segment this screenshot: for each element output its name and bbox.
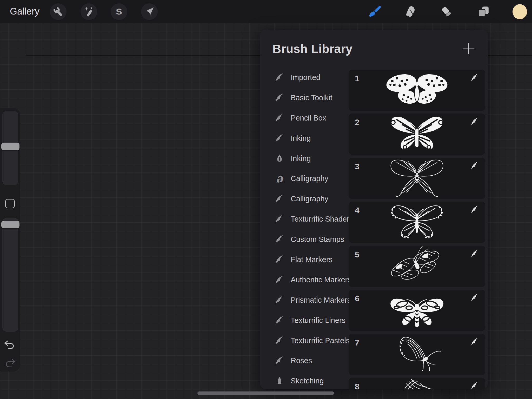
selection-button[interactable]: S bbox=[111, 3, 127, 20]
brush-set-calligraphy[interactable]: a Calligraphy bbox=[260, 168, 348, 189]
swoosh-icon bbox=[274, 92, 285, 104]
layers-button[interactable] bbox=[475, 3, 492, 20]
brush-number: 1 bbox=[355, 74, 360, 83]
swoosh-icon bbox=[470, 161, 480, 170]
pencil-icon bbox=[274, 375, 285, 387]
brush-row-8[interactable]: 8 bbox=[349, 378, 485, 389]
plus-icon bbox=[463, 43, 474, 55]
transform-button[interactable] bbox=[141, 3, 158, 20]
brush-set-roses[interactable]: Roses bbox=[260, 350, 348, 371]
magic-wand-icon bbox=[84, 6, 94, 17]
opacity-slider-handle[interactable] bbox=[1, 221, 19, 228]
wrench-icon bbox=[53, 6, 63, 17]
pen-nib-icon bbox=[274, 152, 285, 164]
brush-number: 5 bbox=[355, 250, 360, 260]
swallowtail-lineart-stamp bbox=[378, 158, 456, 197]
undo-button[interactable] bbox=[4, 340, 16, 350]
brush-set-texturrific-shaders[interactable]: Texturrific Shaders bbox=[260, 209, 348, 229]
brush-set-custom-stamps[interactable]: Custom Stamps bbox=[260, 229, 348, 249]
brush-number: 7 bbox=[355, 338, 360, 348]
spotted-moth-stamp bbox=[378, 70, 456, 109]
brush-set-label: Inking bbox=[291, 134, 311, 143]
home-indicator[interactable] bbox=[197, 391, 334, 395]
brush-set-inking[interactable]: Inking bbox=[260, 128, 348, 148]
sidebar-tools bbox=[0, 108, 20, 371]
brush-set-inking-2[interactable]: Inking bbox=[260, 148, 348, 169]
redo-button[interactable] bbox=[4, 358, 16, 368]
swoosh-icon bbox=[470, 249, 480, 258]
brush-set-label: Sketching bbox=[291, 377, 324, 385]
swoosh-icon bbox=[274, 112, 285, 124]
swoosh-icon bbox=[470, 293, 480, 302]
brush-set-label: Flat Markers bbox=[291, 255, 332, 264]
brush-set-pencil-box[interactable]: Pencil Box bbox=[260, 108, 348, 128]
brush-number: 2 bbox=[355, 118, 360, 127]
swoosh-icon bbox=[274, 355, 285, 367]
brush-set-texturrific-pastels[interactable]: Texturrific Pastels bbox=[260, 330, 348, 351]
brush-set-authentic-markers[interactable]: Authentic Markers bbox=[260, 270, 348, 290]
swoosh-icon bbox=[470, 381, 480, 389]
brush-set-basic-toolkit[interactable]: Basic Toolkit bbox=[260, 88, 348, 108]
brush-set-texturrific-liners[interactable]: Texturrific Liners bbox=[260, 310, 348, 330]
side-view-butterfly-stamp bbox=[378, 334, 456, 373]
adjustments-button[interactable] bbox=[81, 3, 97, 20]
brush-set-calligraphy-2[interactable]: Calligraphy bbox=[260, 189, 348, 209]
brush-set-flat-markers[interactable]: Flat Markers bbox=[260, 249, 348, 270]
partial-butterfly-stamp bbox=[378, 378, 456, 389]
selection-s-icon: S bbox=[116, 7, 122, 17]
brush-row-5[interactable]: 5 bbox=[349, 246, 485, 287]
modify-button[interactable] bbox=[5, 199, 15, 208]
brush-set-sketching[interactable]: Sketching bbox=[260, 371, 348, 389]
undo-icon bbox=[4, 340, 16, 350]
brush-set-label: Custom Stamps bbox=[291, 235, 344, 244]
brush-set-imported[interactable]: Imported bbox=[260, 67, 348, 88]
brush-set-label: Pencil Box bbox=[291, 114, 326, 122]
brush-row-4[interactable]: 4 bbox=[349, 202, 485, 243]
brush-number: 8 bbox=[355, 382, 360, 389]
swoosh-icon bbox=[274, 274, 285, 286]
paint-tool-button[interactable] bbox=[367, 3, 383, 20]
brush-row-2[interactable]: 2 bbox=[349, 114, 485, 155]
smudge-tool-button[interactable] bbox=[402, 3, 419, 20]
brush-set-label: Texturrific Pastels bbox=[291, 336, 350, 345]
brush-row-3[interactable]: 3 bbox=[349, 158, 485, 199]
brush-size-slider-handle[interactable] bbox=[1, 143, 19, 150]
monarch-lineart-stamp bbox=[378, 202, 456, 241]
brush-set-label: Calligraphy bbox=[291, 195, 328, 203]
brush-library-panel: Brush Library Imported Basic Toolkit Pen… bbox=[260, 30, 488, 389]
swoosh-icon bbox=[274, 335, 285, 347]
brush-row-7[interactable]: 7 bbox=[349, 334, 485, 375]
brush-set-label: Calligraphy bbox=[291, 174, 328, 183]
erase-tool-button[interactable] bbox=[438, 3, 455, 20]
add-brush-button[interactable] bbox=[463, 43, 475, 55]
brush-set-label: Inking bbox=[291, 154, 311, 163]
swoosh-icon bbox=[274, 254, 285, 265]
swoosh-icon bbox=[274, 193, 285, 205]
brush-set-label: Prismatic Markers bbox=[291, 296, 351, 304]
brush-number: 3 bbox=[355, 162, 360, 171]
swoosh-icon bbox=[274, 213, 285, 225]
brush-row-6[interactable]: 6 bbox=[349, 290, 485, 331]
brush-set-label: Imported bbox=[291, 73, 320, 82]
color-swatch-circle bbox=[513, 4, 527, 19]
brush-number: 4 bbox=[355, 206, 360, 215]
brush-set-label: Basic Toolkit bbox=[291, 94, 332, 102]
actions-button[interactable] bbox=[50, 3, 66, 20]
redo-icon bbox=[4, 358, 16, 368]
brush-set-label: Roses bbox=[291, 356, 312, 365]
swoosh-icon bbox=[274, 233, 285, 245]
brush-set-prismatic-markers[interactable]: Prismatic Markers bbox=[260, 290, 348, 310]
sketched-moth-angled-stamp bbox=[378, 246, 456, 285]
opacity-slider[interactable] bbox=[2, 218, 19, 332]
transform-arrow-icon bbox=[144, 6, 155, 17]
color-button[interactable] bbox=[511, 3, 528, 20]
swoosh-icon bbox=[470, 205, 480, 214]
brush-row-1[interactable]: 1 bbox=[349, 70, 485, 111]
paintbrush-icon bbox=[368, 5, 382, 18]
panel-title: Brush Library bbox=[272, 42, 353, 56]
patterned-moth-stamp bbox=[378, 290, 456, 329]
gallery-button[interactable]: Gallery bbox=[10, 0, 39, 23]
eraser-icon bbox=[440, 5, 453, 18]
swoosh-icon bbox=[274, 294, 285, 306]
swoosh-icon bbox=[274, 71, 285, 83]
